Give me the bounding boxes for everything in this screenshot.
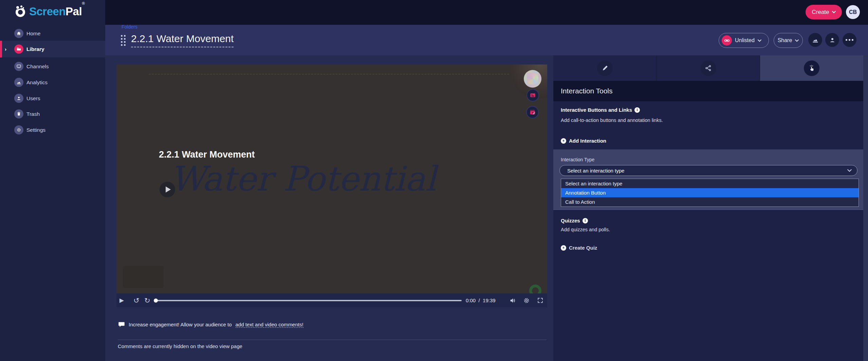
sidebar: ScreenPal® Home › Library Channels Analy… — [0, 0, 105, 361]
sidebar-item-label: Trash — [26, 111, 40, 117]
home-icon — [14, 29, 23, 38]
hand-tap-icon — [804, 60, 819, 76]
library-folder-icon — [14, 44, 23, 54]
quizzes-section-description: Add quizzes and polls. — [561, 227, 610, 232]
screenpal-smiley-icon — [14, 5, 27, 18]
annotation-dashed-line — [149, 74, 509, 75]
sidebar-item-analytics[interactable]: Analytics — [0, 74, 105, 90]
image-icon — [530, 92, 536, 98]
sidebar-item-label: Analytics — [26, 79, 48, 86]
more-options-button[interactable] — [843, 33, 856, 47]
plus-icon: + — [561, 245, 566, 251]
dropdown-option-call-to-action[interactable]: Call to Action — [561, 197, 858, 206]
settings-gear-icon[interactable] — [523, 297, 530, 304]
users-person-icon — [14, 94, 23, 103]
tab-edit[interactable] — [553, 55, 657, 81]
enable-comments-link[interactable]: add text and video comments! — [236, 322, 303, 328]
progress-handle[interactable] — [154, 299, 158, 303]
chevron-down-icon — [847, 169, 852, 172]
panel-tabs — [553, 55, 863, 81]
viewers-button[interactable] — [825, 33, 839, 47]
volume-icon[interactable] — [510, 297, 516, 304]
avatar-initials: CB — [849, 9, 857, 15]
rewind-icon[interactable]: ↺ — [133, 296, 140, 305]
tab-interaction-tools[interactable] — [760, 55, 863, 81]
analytics-chart-icon — [14, 78, 23, 87]
sidebar-item-label: Users — [26, 95, 40, 102]
video-player: 2.2.1 Water Movement Water Potential ▶ ↺… — [116, 65, 547, 307]
screenpal-logo[interactable]: ScreenPal® — [14, 5, 85, 18]
title-bar: Folders 2.2.1 Water Movement Unlisted Sh… — [105, 25, 868, 55]
dropdown-option-annotation-button[interactable]: Annotation Button — [561, 188, 858, 197]
avatar[interactable]: CB — [846, 5, 860, 19]
buttons-section-heading: Interactive Buttons and Links i — [561, 107, 640, 113]
active-chevron-icon: › — [5, 46, 6, 52]
divider — [118, 340, 547, 340]
play-icon — [166, 186, 171, 193]
dropdown-option-placeholder[interactable]: Select an interaction type — [561, 179, 858, 188]
engagement-prompt: Increase engagement! Allow your audience… — [118, 321, 303, 328]
top-header-bar: Create CB — [0, 0, 868, 25]
analytics-button[interactable] — [808, 33, 822, 47]
sidebar-item-channels[interactable]: Channels — [0, 58, 105, 74]
selected-value: Select an interaction type — [567, 168, 624, 174]
chevron-down-icon — [832, 11, 836, 13]
interaction-type-label: Interaction Type — [561, 157, 594, 162]
page-title[interactable]: 2.2.1 Water Movement — [131, 33, 234, 48]
channels-monitor-icon — [14, 62, 23, 71]
link-icon — [722, 35, 732, 46]
create-quiz-button[interactable]: + Create Quiz — [561, 245, 597, 251]
create-button[interactable]: Create — [806, 5, 842, 19]
plus-icon: + — [561, 138, 566, 144]
play-overlay-button[interactable] — [160, 182, 175, 197]
trash-icon — [14, 109, 23, 119]
quizzes-section-heading: Quizzes i — [561, 218, 588, 223]
video-edit-button[interactable] — [526, 106, 539, 119]
sidebar-item-trash[interactable]: Trash — [0, 106, 105, 122]
tab-share[interactable] — [657, 55, 760, 81]
add-interaction-button[interactable]: + Add Interaction — [561, 138, 606, 144]
engagement-text: Increase engagement! Allow your audience… — [129, 322, 232, 327]
drag-handle-icon[interactable] — [121, 35, 126, 46]
privacy-label: Unlisted — [735, 37, 755, 43]
share-label: Share — [778, 37, 792, 43]
channel-logo-watermark — [529, 285, 541, 293]
sidebar-item-library[interactable]: › Library — [0, 41, 105, 57]
share-dropdown-button[interactable]: Share — [774, 33, 803, 48]
add-interaction-label: Add Interaction — [569, 138, 606, 144]
fullscreen-icon[interactable] — [537, 297, 543, 304]
comment-bubble-icon — [118, 321, 125, 328]
logo-text: ScreenPal® — [29, 5, 85, 18]
privacy-dropdown-button[interactable]: Unlisted — [719, 33, 769, 48]
forward-icon[interactable]: ↻ — [144, 296, 150, 305]
video-overlay-title: 2.2.1 Water Movement — [159, 149, 255, 160]
image-overlay-button[interactable] — [527, 89, 539, 102]
pencil-icon — [597, 60, 613, 76]
buttons-section-description: Add call-to-action buttons and annotatio… — [561, 118, 663, 123]
panel-title: Interaction Tools — [553, 81, 863, 101]
sidebar-item-settings[interactable]: Settings — [0, 122, 105, 138]
progress-bar[interactable] — [155, 300, 462, 301]
interaction-type-select[interactable]: Select an interaction type — [559, 165, 857, 176]
interaction-type-section: Interaction Type Select an interaction t… — [553, 149, 863, 210]
breadcrumb[interactable]: Folders — [122, 24, 137, 30]
video-screen[interactable]: 2.2.1 Water Movement Water Potential — [116, 65, 547, 293]
info-icon[interactable]: i — [583, 218, 588, 223]
video-watermark-text: Water Potential — [170, 159, 436, 199]
sidebar-item-home[interactable]: Home — [0, 25, 105, 41]
ellipsis-icon — [846, 39, 853, 41]
color-wheel-icon[interactable] — [524, 70, 541, 88]
sidebar-item-users[interactable]: Users — [0, 90, 105, 106]
chevron-down-icon — [795, 39, 799, 42]
create-button-label: Create — [812, 9, 829, 16]
video-clip-icon — [529, 109, 536, 116]
create-quiz-label: Create Quiz — [569, 245, 597, 251]
comments-status-text: Comments are currently hidden on the vid… — [118, 343, 242, 349]
play-button[interactable]: ▶ — [119, 297, 124, 304]
scrollbar-track[interactable] — [863, 55, 868, 361]
sidebar-item-label: Settings — [26, 127, 45, 133]
share-nodes-icon — [701, 60, 716, 76]
lower-third-placeholder — [123, 266, 164, 288]
info-icon[interactable]: i — [634, 107, 640, 113]
screenpal-app: Create CB Folders 2.2.1 Water Movement U… — [0, 0, 868, 361]
